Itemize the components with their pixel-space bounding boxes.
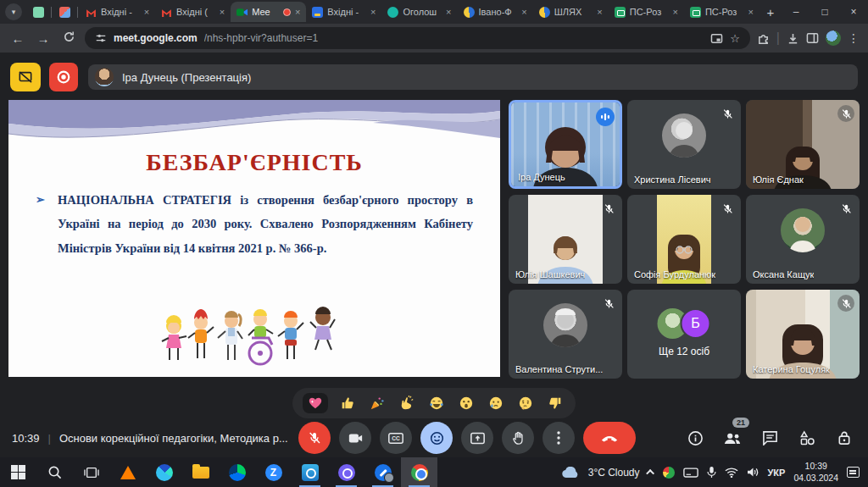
- tab-mail-ukrnet[interactable]: Вхідні - ×: [306, 2, 381, 22]
- participant-tile-valentyna[interactable]: Валентина Струти...: [509, 290, 622, 379]
- tab-search-button[interactable]: ▾: [5, 3, 22, 20]
- reaction-surprised-face[interactable]: [456, 393, 476, 413]
- participant-tile-kateryna[interactable]: Катерина Гоцуляк: [746, 290, 860, 379]
- reactions-button[interactable]: [420, 422, 453, 454]
- z-app-icon: Z: [265, 464, 282, 481]
- tab-meet-active[interactable]: Mee ×: [231, 2, 306, 22]
- tab-close-icon[interactable]: ×: [446, 7, 451, 17]
- back-button[interactable]: ←: [8, 31, 27, 46]
- mic-mute-button[interactable]: [298, 422, 331, 454]
- raise-hand-button[interactable]: [502, 422, 534, 454]
- end-call-button[interactable]: [583, 422, 636, 454]
- profile-avatar[interactable]: [826, 30, 841, 46]
- tab-gmail-1[interactable]: Вхідні - ×: [80, 2, 155, 22]
- presenter-banner[interactable]: Іра Дунець (Презентація): [88, 64, 858, 90]
- extensions-icon[interactable]: [757, 32, 770, 45]
- side-panel-icon[interactable]: [806, 32, 819, 44]
- tab-close-icon[interactable]: ×: [295, 7, 300, 17]
- taskbar-edit-app[interactable]: [364, 457, 401, 487]
- tab-shlyah[interactable]: ШЛЯХ ×: [533, 2, 609, 22]
- taskbar-clock[interactable]: 10:3904.03.2024: [793, 461, 838, 483]
- tab-ps-roz-2[interactable]: ПС-Роз ×: [684, 2, 760, 22]
- camera-icon: [348, 432, 363, 445]
- taskbar-viber[interactable]: [328, 457, 364, 487]
- tab-ps-roz-1[interactable]: ПС-Роз ×: [609, 2, 684, 22]
- tab-announcements[interactable]: Оголош ×: [381, 2, 457, 22]
- taskbar-vlc[interactable]: [109, 457, 146, 487]
- antivirus-tray-icon[interactable]: [663, 467, 675, 479]
- activities-icon: [799, 430, 815, 445]
- more-options-button[interactable]: [542, 422, 575, 454]
- people-panel-button[interactable]: 21: [722, 428, 743, 448]
- new-tab-button[interactable]: +: [760, 1, 782, 23]
- tab-close-icon[interactable]: ×: [672, 7, 677, 17]
- tab-capture-icon[interactable]: [710, 33, 723, 44]
- language-indicator[interactable]: УКР: [768, 468, 786, 478]
- taskbar-z-app[interactable]: Z: [255, 457, 292, 487]
- window-restore-button[interactable]: □: [810, 0, 839, 24]
- tray-expand-chevron-icon[interactable]: [646, 469, 654, 478]
- taskbar-search-button[interactable]: [36, 457, 73, 487]
- reload-button[interactable]: [59, 30, 78, 46]
- window-minimize-button[interactable]: –: [782, 0, 810, 24]
- pinned-tab-1[interactable]: [27, 2, 49, 22]
- host-controls-button[interactable]: [834, 428, 854, 448]
- action-center-icon[interactable]: [847, 467, 860, 478]
- taskbar-edge[interactable]: [146, 457, 182, 487]
- participant-tile-shashkevych[interactable]: Юлія Шашкевич: [509, 195, 622, 284]
- tab-close-icon[interactable]: ×: [748, 7, 754, 17]
- activities-button[interactable]: [797, 428, 817, 448]
- taskbar-chrome-active[interactable]: [401, 457, 437, 487]
- presentation-slide[interactable]: БЕЗБАР'ЄРНІСТЬ ➢НАЦІОНАЛЬНА СТРАТЕГІЯ із…: [8, 100, 500, 377]
- captions-button[interactable]: CC: [380, 422, 412, 454]
- weather-text[interactable]: 3°C Cloudy: [588, 467, 640, 479]
- bookmark-star-icon[interactable]: ☆: [730, 32, 740, 45]
- reaction-joy-face[interactable]: [426, 393, 447, 413]
- tab-close-icon[interactable]: ×: [370, 7, 376, 17]
- divider: |: [48, 432, 51, 445]
- address-bar[interactable]: meet.google.com/nhs-hpbr-vir?authuser=1 …: [85, 27, 750, 49]
- reaction-sparkling-heart[interactable]: [303, 393, 328, 413]
- tab-close-icon[interactable]: ×: [521, 7, 526, 17]
- forward-button[interactable]: →: [34, 31, 53, 46]
- chat-panel-button[interactable]: [760, 428, 780, 448]
- participant-tile-sofia[interactable]: Софія Бурдуланюк: [627, 195, 741, 284]
- taskbar-file-explorer[interactable]: [182, 457, 219, 487]
- tab-close-icon[interactable]: ×: [220, 7, 225, 17]
- reaction-crying-face[interactable]: [486, 393, 506, 413]
- reaction-party-popper[interactable]: [367, 393, 387, 413]
- meeting-details-button[interactable]: [685, 428, 705, 448]
- browser-menu-kebab-icon[interactable]: ⋮: [848, 31, 860, 45]
- reaction-thumbs-down[interactable]: [545, 393, 565, 413]
- tab-ivano[interactable]: Івано-Ф ×: [458, 2, 533, 22]
- touchpad-tray-icon[interactable]: [683, 468, 698, 478]
- participant-tile-oksana[interactable]: Оксана Кащук: [746, 195, 860, 284]
- participant-tile-ira[interactable]: Іра Дунець: [509, 100, 622, 189]
- microphone-tray-icon[interactable]: [707, 466, 716, 479]
- tab-close-icon[interactable]: ×: [597, 7, 602, 17]
- taskbar-webex[interactable]: [219, 457, 255, 487]
- overflow-tile-more-people[interactable]: Б Ще 12 осіб: [627, 290, 741, 379]
- reaction-thumbs-up[interactable]: [337, 393, 358, 413]
- participant-tile-khrystyna[interactable]: Христина Лісевич: [627, 100, 741, 189]
- url-host: meet.google.com: [114, 32, 198, 44]
- search-icon: [47, 465, 62, 479]
- start-button[interactable]: [0, 457, 36, 487]
- reaction-thinking-face[interactable]: [515, 393, 536, 413]
- reaction-clapping-hands[interactable]: [397, 393, 417, 413]
- pinned-tab-2[interactable]: [53, 2, 75, 22]
- download-icon[interactable]: [787, 32, 799, 45]
- wifi-icon[interactable]: [725, 468, 738, 478]
- window-close-button[interactable]: ×: [839, 0, 868, 24]
- site-settings-icon[interactable]: [95, 32, 107, 44]
- volume-icon[interactable]: [747, 467, 760, 478]
- taskbar-search-app[interactable]: [292, 457, 328, 487]
- participant-tile-yednak[interactable]: Юлія Єднак: [746, 100, 860, 189]
- tab-gmail-2[interactable]: Вхідні ( ×: [155, 2, 231, 22]
- recording-indicator-button[interactable]: [49, 63, 78, 91]
- present-screen-button[interactable]: [461, 422, 493, 454]
- task-view-button[interactable]: [73, 457, 109, 487]
- camera-button[interactable]: [339, 422, 371, 454]
- tab-close-icon[interactable]: ×: [144, 7, 149, 17]
- presentation-off-button[interactable]: [10, 63, 41, 91]
